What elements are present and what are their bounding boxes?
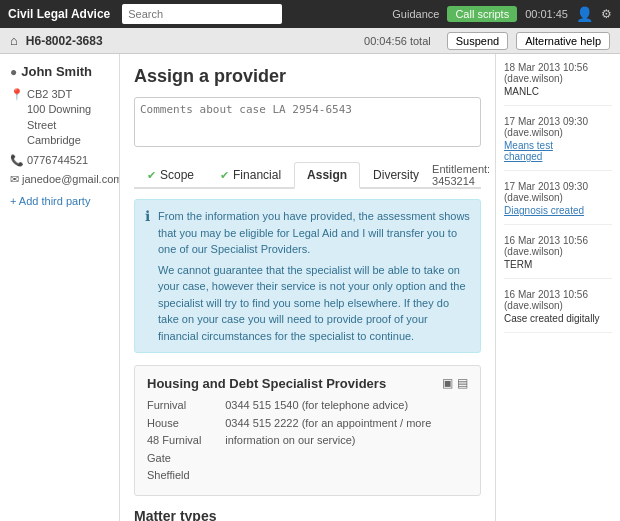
add-third-party-link[interactable]: + Add third party <box>10 195 109 207</box>
log-text-1: MANLC <box>504 86 612 97</box>
info-box: ℹ From the information you have provided… <box>134 199 481 353</box>
provider-header: Housing and Debt Specialist Providers ▣ … <box>147 376 468 397</box>
provider-phone: 0344 515 1540 (for telephone advice) 034… <box>225 397 468 485</box>
financial-check-icon: ✔ <box>220 169 229 182</box>
provider-address: Furnival House 48 Furnival Gate Sheffiel… <box>147 397 205 485</box>
matter-types-heading: Matter types <box>134 508 481 521</box>
log-entry-3: 17 Mar 2013 09:30 (dave.wilson) Diagnosi… <box>504 181 612 225</box>
client-phone: 📞 0776744521 <box>10 153 109 168</box>
provider-box: Housing and Debt Specialist Providers ▣ … <box>134 365 481 496</box>
log-text-4: TERM <box>504 259 612 270</box>
info-text: From the information you have provided, … <box>158 208 470 344</box>
alternative-help-button[interactable]: Alternative help <box>516 32 610 50</box>
phone-icon: 📞 <box>10 153 24 168</box>
total-timer: 00:04:56 total <box>364 35 431 47</box>
home-icon: ⌂ <box>10 33 18 48</box>
nav-right: Guidance Call scripts 00:01:45 👤 ⚙ <box>392 6 612 22</box>
diagnosis-link[interactable]: Diagnosis created <box>504 205 584 216</box>
tab-diversity[interactable]: Diversity <box>360 162 432 187</box>
user-icon: 👤 <box>576 6 593 22</box>
provider-details: Furnival House 48 Furnival Gate Sheffiel… <box>147 397 468 485</box>
client-name: ● John Smith <box>10 64 109 79</box>
means-test-link[interactable]: Means test <box>504 140 553 151</box>
tab-scope[interactable]: ✔ Scope <box>134 162 207 187</box>
log-date-2: 17 Mar 2013 09:30 (dave.wilson) <box>504 116 612 138</box>
log-text-5: Case created digitally <box>504 313 612 324</box>
log-text-3: Diagnosis created <box>504 205 612 216</box>
activity-log: 18 Mar 2013 10:56 (dave.wilson) MANLC 17… <box>495 54 620 521</box>
client-email: ✉ janedoe@gmail.com <box>10 172 109 187</box>
search-input[interactable] <box>122 4 282 24</box>
main-layout: ● John Smith 📍 CB2 3DT 100 Downing Stree… <box>0 54 620 521</box>
top-nav: Civil Legal Advice Guidance Call scripts… <box>0 0 620 28</box>
left-sidebar: ● John Smith 📍 CB2 3DT 100 Downing Stree… <box>0 54 120 521</box>
guidance-link[interactable]: Guidance <box>392 8 439 20</box>
entitlement-label: Entitlement: 3453214 <box>432 163 490 187</box>
log-date-1: 18 Mar 2013 10:56 (dave.wilson) <box>504 62 612 84</box>
log-date-4: 16 Mar 2013 10:56 (dave.wilson) <box>504 235 612 257</box>
email-icon: ✉ <box>10 172 19 187</box>
scope-check-icon: ✔ <box>147 169 156 182</box>
session-timer: 00:01:45 <box>525 8 568 20</box>
log-date-5: 16 Mar 2013 10:56 (dave.wilson) <box>504 289 612 311</box>
sub-nav: ⌂ H6-8002-3683 00:04:56 total Suspend Al… <box>0 28 620 54</box>
page-title: Assign a provider <box>134 66 481 87</box>
tab-bar: ✔ Scope ✔ Financial Assign Diversity Ent… <box>134 162 481 189</box>
person-icon: ● <box>10 65 17 79</box>
call-scripts-button[interactable]: Call scripts <box>447 6 517 22</box>
provider-title: Housing and Debt Specialist Providers <box>147 376 386 391</box>
log-entry-5: 16 Mar 2013 10:56 (dave.wilson) Case cre… <box>504 289 612 333</box>
provider-action-icons: ▣ ▤ <box>442 376 468 390</box>
log-date-3: 17 Mar 2013 09:30 (dave.wilson) <box>504 181 612 203</box>
tab-financial[interactable]: ✔ Financial <box>207 162 294 187</box>
tab-assign[interactable]: Assign <box>294 162 360 189</box>
brand-logo: Civil Legal Advice <box>8 7 110 21</box>
log-entry-2: 17 Mar 2013 09:30 (dave.wilson) Means te… <box>504 116 612 171</box>
log-text-2: Means test changed <box>504 140 612 162</box>
log-entry-4: 16 Mar 2013 10:56 (dave.wilson) TERM <box>504 235 612 279</box>
log-entry-1: 18 Mar 2013 10:56 (dave.wilson) MANLC <box>504 62 612 106</box>
settings-icon: ⚙ <box>601 7 612 21</box>
location-icon: 📍 <box>10 87 24 102</box>
info-icon: ℹ <box>145 208 150 344</box>
provider-edit-icon[interactable]: ▣ <box>442 376 453 390</box>
main-content: Assign a provider ✔ Scope ✔ Financial As… <box>120 54 495 521</box>
suspend-button[interactable]: Suspend <box>447 32 508 50</box>
provider-info-icon[interactable]: ▤ <box>457 376 468 390</box>
changed-link[interactable]: changed <box>504 151 542 162</box>
case-id: H6-8002-3683 <box>26 34 103 48</box>
comments-textarea[interactable] <box>134 97 481 147</box>
client-address: 📍 CB2 3DT 100 Downing Street Cambridge <box>10 87 109 149</box>
